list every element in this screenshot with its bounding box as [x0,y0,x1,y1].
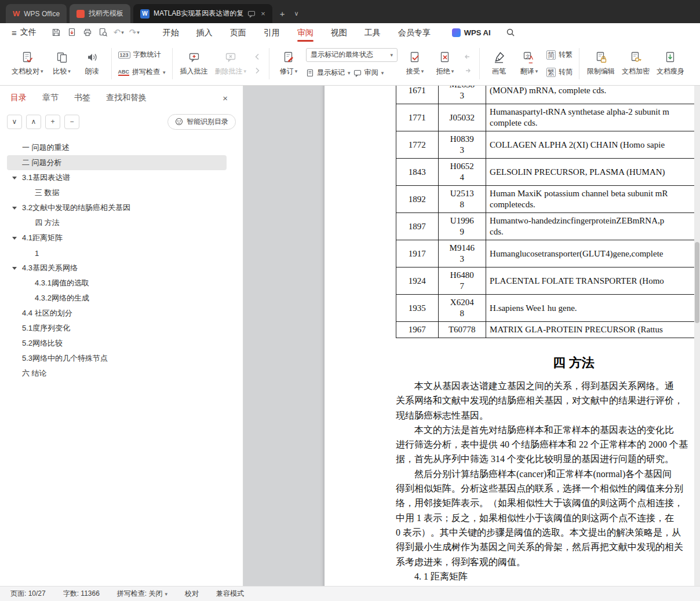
restrict-editing-button[interactable]: 限制编辑 [584,45,618,82]
tab-docer-templates[interactable]: 找稻壳模板 [70,4,130,23]
tab-document-active[interactable]: W MATLAB实现基因表达谱的复 × [133,4,272,23]
word-count-button[interactable]: 123 字数统计 [118,49,166,61]
toc-expand-icon[interactable] [12,237,17,242]
print-button[interactable] [81,25,94,39]
scrollbar-thumb[interactable] [695,242,699,323]
print-preview-button[interactable] [96,25,110,39]
menu-tab[interactable]: 页面 [221,23,255,42]
translate-button[interactable]: 文 翻译▾ [514,45,544,82]
menu-tab-label: 工具 [364,28,381,37]
track-changes-button[interactable]: 修订▾ [274,45,304,82]
wps-ai-button[interactable]: WPS AI [452,28,491,37]
file-menu-button[interactable]: ≡ 文件 [5,27,43,38]
toc-item[interactable]: 4.3基因关系网络 [7,261,227,276]
encrypt-document-button[interactable]: 文档加密 [618,45,653,82]
sidebar-tab[interactable]: 书签 [74,93,90,103]
spell-check-button[interactable]: ABC 拼写检查▾ [118,66,166,79]
track-changes-icon [282,51,295,64]
redo-button[interactable]: ↷▾ [127,25,141,39]
sidebar-tab-label: 目录 [10,93,27,102]
accession-cell: M9146 3 [438,240,486,267]
insert-comment-button[interactable]: 插入批注 [177,45,212,82]
sidebar-tab[interactable]: 章节 [42,93,59,103]
sidebar-tab-label: 查找和替换 [106,93,147,102]
toc-item[interactable]: 4.3.1阈值的选取 [7,276,227,291]
ink-pen-button[interactable]: 画笔 [484,45,514,82]
menu-tab[interactable]: 工具 [356,23,389,42]
menu-tab[interactable]: 插入 [188,23,221,42]
simplified-to-traditional-button[interactable]: 简 转繁 [546,49,573,61]
word-count-indicator[interactable]: 字数: 11366 [63,589,100,599]
next-change-icon[interactable] [462,65,473,76]
menu-tab[interactable]: 审阅 [289,23,322,42]
toc-item[interactable]: 3.2文献中发现的结肠癌相关基因 [7,200,227,215]
show-markup-button[interactable]: 显示标记▾ [306,67,351,79]
expand-all-button[interactable]: + [45,115,60,129]
gene-table: 1671 M2638 3 (MONAP) mRNA, complete cds.… [396,86,694,338]
new-tab-button[interactable]: + [275,4,290,23]
toc-item[interactable]: 一 问题的重述 [7,140,227,155]
previous-comment-icon[interactable] [251,52,263,62]
export-pdf-button[interactable] [65,25,79,39]
undo-button[interactable]: ↶▾ [112,25,126,39]
tab-list-dropdown-icon[interactable]: ∨ [290,4,304,23]
toc-item[interactable]: 5.3网络中的几个特殊节点 [7,351,227,366]
toc-item[interactable]: 4.3.2网络的生成 [7,291,227,306]
paragraph-line: 系考虑进来，得到客观的阈值。 [396,555,694,569]
chevron-up-button[interactable]: ∧ [26,115,41,129]
menu-tab[interactable]: 会员专享 [389,23,439,42]
toc-expand-icon[interactable] [12,207,17,212]
compatibility-mode-indicator[interactable]: 兼容模式 [216,589,244,599]
reject-change-button[interactable]: 拒绝▾ [430,45,460,82]
markup-state-select[interactable]: 显示标记的最终状态▾ [306,48,398,62]
toc-item[interactable]: 4.1距离矩阵 [7,230,227,245]
menu-tab[interactable]: 开始 [154,23,188,42]
chevron-down-button[interactable]: ∨ [7,115,22,129]
close-sidebar-icon[interactable]: × [218,93,232,103]
doc-proofread-button[interactable]: 文档校对▾ [8,45,47,82]
toc-expand-icon[interactable] [12,177,17,182]
slim-document-button[interactable]: 文档瘦身 [653,45,688,82]
gene-id-cell: 1897 [396,213,439,240]
review-pane-button[interactable]: 审阅▾ [353,67,384,79]
toc-expand-icon[interactable] [12,267,17,272]
toc-item[interactable]: 二 问题分析 [7,155,227,170]
spell-check-toggle[interactable]: 拼写检查: 关闭▾ [117,589,167,599]
read-aloud-button[interactable]: 朗读 [77,45,107,82]
body-text: 本文从基因表达谱建立基因之间的关系，得到基因关系网络。通 关系网络和文献中发现的… [396,379,694,586]
page-indicator[interactable]: 页面: 10/27 [10,589,46,599]
search-icon[interactable] [506,28,515,37]
description-cell: GELSOLIN PRECURSOR, PLASMA (HUMAN) [486,159,694,186]
gene-table-row: 1917 M9146 3 Humanglucosetransporter(GLU… [396,240,695,267]
toc-item[interactable]: 1 [7,245,227,261]
toc-item[interactable]: 3.1基因表达谱 [7,170,227,185]
close-tab-icon[interactable]: × [261,9,265,18]
toc-item[interactable]: 4.4 社区的划分 [7,306,227,321]
toc-item[interactable]: 六 结论 [7,366,227,381]
comment-bubble-icon[interactable] [247,10,256,18]
toc-item[interactable]: 5.1度序列变化 [7,321,227,336]
traditional-to-simplified-button[interactable]: 繁 转简 [546,66,573,79]
sidebar-tab[interactable]: 目录 [10,93,27,103]
sidebar-tab[interactable]: 查找和替换 [106,93,147,103]
toc-item-label: 四 方法 [35,218,60,228]
smart-toc-button[interactable]: 智能识别目录 [167,114,236,130]
previous-change-icon[interactable] [462,52,473,62]
proofread-button[interactable]: 校对 [185,589,199,599]
description-cell: Human MaxiK potassium channel beta subun… [486,186,694,213]
file-menu-label: 文件 [20,27,37,38]
toc-item[interactable]: 四 方法 [7,215,227,230]
collapse-all-button[interactable]: − [64,115,79,129]
vertical-scrollbar[interactable] [694,86,700,586]
menu-tab[interactable]: 引用 [255,23,289,42]
menu-tab[interactable]: 视图 [322,23,356,42]
accept-change-button[interactable]: 接受▾ [400,45,430,82]
compare-button[interactable]: 比较▾ [47,45,77,82]
toc-item[interactable]: 三 数据 [7,185,227,200]
delete-comment-button[interactable]: 删除批注▾ [212,45,250,82]
next-comment-icon[interactable] [251,65,263,76]
save-button[interactable] [49,25,63,39]
toc-item[interactable]: 5.2网络比较 [7,336,227,351]
tab-wps-office[interactable]: W WPS Office [6,4,67,23]
paragraph-line: 本文从基因表达谱建立基因之间的关系，得到基因关系网络。通 [396,379,694,393]
